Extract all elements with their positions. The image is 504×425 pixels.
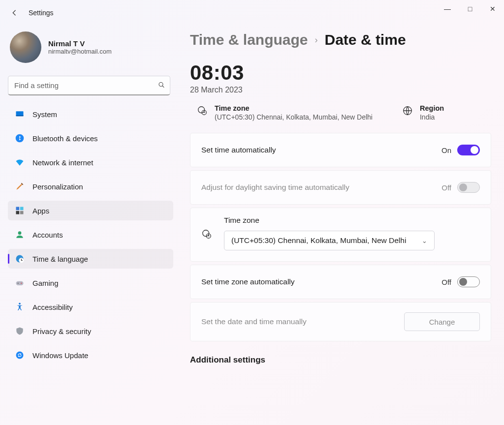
nav: System Bluetooth & devices Network & int… [8,104,173,368]
apps-icon [15,206,25,215]
minimize-button[interactable]: — [436,0,459,18]
close-button[interactable]: ✕ [481,0,504,18]
accounts-icon [15,230,25,240]
setting-label: Adjust for daylight saving time automati… [201,183,349,192]
svg-rect-4 [16,207,20,211]
setting-set-time-auto[interactable]: Set time automatically On [190,133,491,167]
back-icon[interactable] [9,7,21,19]
main-content: Time & language › Date & time 08:03 28 M… [190,31,491,425]
sidebar-item-personalization[interactable]: Personalization [8,177,173,196]
window-controls: — □ ✕ [436,0,504,18]
system-icon [15,109,25,119]
search-input[interactable] [8,76,170,95]
current-date: 28 March 2023 [190,86,491,94]
gaming-icon [15,278,25,288]
svg-rect-11 [16,281,24,285]
avatar [10,31,41,63]
sidebar-item-label: Accounts [32,231,63,239]
timezone-icon [201,229,213,242]
setting-set-manual: Set the date and time manually Change [190,302,491,341]
sidebar-item-label: Privacy & security [32,327,91,335]
clock-globe-icon [15,254,25,264]
update-icon [15,350,25,360]
svg-point-14 [19,303,21,305]
additional-settings-header: Additional settings [190,355,491,365]
summary-region[interactable]: Region India [402,104,444,121]
svg-rect-6 [16,211,20,214]
summary-timezone-value: (UTC+05:30) Chennai, Kolkata, Mumbai, Ne… [215,113,373,121]
setting-dst-auto: Adjust for daylight saving time automati… [190,170,491,205]
summary-row: Time zone (UTC+05:30) Chennai, Kolkata, … [190,104,491,121]
timezone-select[interactable]: (UTC+05:30) Chennai, Kolkata, Mumbai, Ne… [224,231,435,250]
svg-point-15 [16,352,24,359]
toggle-set-time-auto[interactable] [457,145,480,155]
toggle-dst-auto [457,182,480,193]
summary-timezone[interactable]: Time zone (UTC+05:30) Chennai, Kolkata, … [197,104,373,121]
sidebar-item-windows-update[interactable]: Windows Update [8,345,173,365]
sidebar-item-accessibility[interactable]: Accessibility [8,297,173,317]
setting-label: Set the date and time manually [201,317,307,326]
globe-icon [402,105,413,116]
accessibility-icon [15,302,25,312]
svg-point-0 [159,83,163,87]
header: Settings [9,7,54,19]
wifi-icon [15,157,25,167]
sidebar-item-network[interactable]: Network & internet [8,152,173,172]
search-box [8,76,171,95]
breadcrumb-current: Date & time [325,31,406,48]
search-icon [158,81,165,91]
sidebar-item-label: Apps [32,207,49,215]
toggle-state: Off [441,183,451,192]
maximize-button[interactable]: □ [459,0,481,18]
profile-block[interactable]: Nirmal T V nirmaltv@hotmail.com [8,29,173,72]
setting-set-tz-auto[interactable]: Set time zone automatically Off [190,265,491,299]
breadcrumb-parent[interactable]: Time & language [190,31,308,48]
sidebar-item-label: Windows Update [32,351,88,360]
app-title: Settings [29,9,54,17]
svg-rect-2 [16,116,24,117]
sidebar: Nirmal T V nirmaltv@hotmail.com System B… [8,29,173,368]
svg-rect-7 [20,211,24,214]
chevron-right-icon: › [315,35,318,45]
svg-point-3 [16,134,24,143]
shield-icon [15,326,25,336]
bluetooth-icon [15,133,25,143]
sidebar-item-label: Network & internet [32,158,93,167]
timezone-select-value: (UTC+05:30) Chennai, Kolkata, Mumbai, Ne… [231,236,406,245]
svg-point-19 [203,230,209,237]
timezone-label: Time zone [224,216,480,225]
sidebar-item-apps[interactable]: Apps [8,201,173,220]
current-time: 08:03 [190,61,491,85]
profile-email: nirmaltv@hotmail.com [48,48,112,55]
toggle-state: On [441,146,451,154]
sidebar-item-label: Accessibility [32,303,73,311]
sidebar-item-label: Personalization [32,182,83,191]
setting-label: Set time automatically [201,146,276,154]
setting-timezone: Time zone (UTC+05:30) Chennai, Kolkata, … [190,208,491,262]
svg-rect-5 [20,207,24,211]
sidebar-item-system[interactable]: System [8,104,173,124]
sidebar-item-bluetooth[interactable]: Bluetooth & devices [8,128,173,148]
sidebar-item-privacy[interactable]: Privacy & security [8,321,173,341]
svg-point-8 [18,231,22,235]
sidebar-item-label: Gaming [32,279,59,287]
sidebar-item-accounts[interactable]: Accounts [8,225,173,244]
svg-point-16 [198,107,205,113]
svg-point-13 [21,283,22,284]
summary-region-label: Region [420,104,444,112]
profile-name: Nirmal T V [48,39,112,48]
breadcrumb: Time & language › Date & time [190,31,491,48]
chevron-down-icon: ⌄ [422,237,427,244]
sidebar-item-gaming[interactable]: Gaming [8,273,173,293]
sidebar-item-time-language[interactable]: Time & language [8,249,173,269]
timezone-icon [197,105,208,116]
setting-label: Set time zone automatically [201,277,295,286]
sidebar-item-label: Bluetooth & devices [32,134,98,143]
summary-timezone-label: Time zone [215,104,373,112]
brush-icon [15,182,25,191]
summary-region-value: India [420,113,444,121]
change-button[interactable]: Change [404,312,480,331]
toggle-set-tz-auto[interactable] [457,276,480,287]
sidebar-item-label: System [32,110,57,119]
sidebar-item-label: Time & language [32,255,88,263]
